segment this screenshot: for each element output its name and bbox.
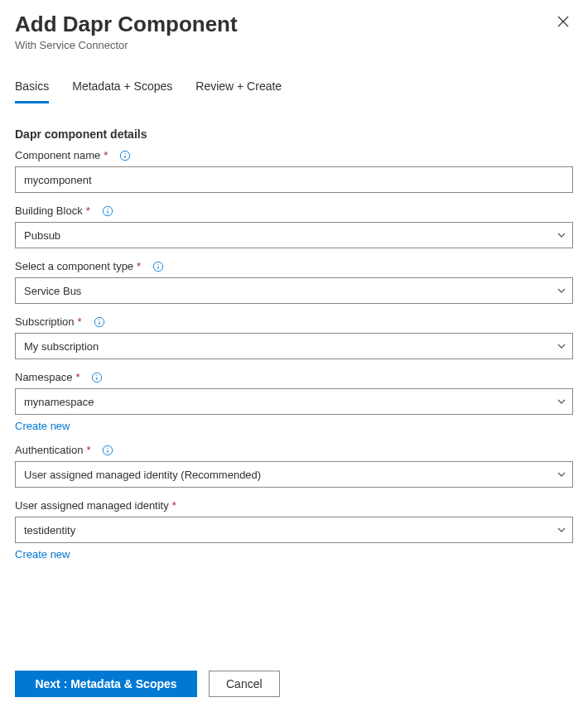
component-name-input[interactable] <box>15 166 573 193</box>
info-icon[interactable] <box>119 150 131 161</box>
create-new-identity-link[interactable]: Create new <box>15 548 70 560</box>
required-marker: * <box>78 315 82 328</box>
building-block-label: Building Block <box>15 204 83 217</box>
svg-point-3 <box>107 208 108 209</box>
info-icon[interactable] <box>91 372 103 383</box>
info-icon[interactable] <box>102 445 113 456</box>
building-block-select[interactable]: Pubsub <box>15 222 573 248</box>
close-button[interactable] <box>553 12 573 34</box>
tab-basics[interactable]: Basics <box>15 75 49 103</box>
component-name-label: Component name <box>15 149 100 161</box>
svg-point-7 <box>99 319 99 320</box>
required-marker: * <box>137 260 141 272</box>
component-type-label: Select a component type <box>15 260 133 272</box>
namespace-label: Namespace <box>15 371 72 383</box>
section-title: Dapr component details <box>15 127 573 141</box>
create-new-namespace-link[interactable]: Create new <box>15 420 70 432</box>
subscription-select[interactable]: My subscription <box>15 333 573 359</box>
namespace-select[interactable]: mynamespace <box>15 388 573 415</box>
authentication-select[interactable]: User assigned managed identity (Recommen… <box>15 461 573 488</box>
tabs: Basics Metadata + Scopes Review + Create <box>15 75 573 104</box>
component-type-select[interactable]: Service Bus <box>15 277 573 304</box>
required-marker: * <box>75 371 80 383</box>
cancel-button[interactable]: Cancel <box>209 671 280 697</box>
svg-point-9 <box>97 374 98 375</box>
svg-point-5 <box>158 263 159 264</box>
required-marker: * <box>86 204 90 217</box>
required-marker: * <box>104 149 108 161</box>
info-icon[interactable] <box>152 261 164 272</box>
svg-point-11 <box>108 447 108 448</box>
tab-review-create[interactable]: Review + Create <box>195 75 282 103</box>
required-marker: * <box>86 444 90 456</box>
page-title: Add Dapr Component <box>15 12 238 37</box>
subscription-label: Subscription <box>15 315 75 328</box>
authentication-label: Authentication <box>15 444 83 456</box>
next-button[interactable]: Next : Metadata & Scopes <box>15 671 197 697</box>
svg-point-1 <box>125 152 126 153</box>
info-icon[interactable] <box>102 205 113 217</box>
identity-label: User assigned managed identity <box>15 499 169 512</box>
identity-select[interactable]: testidentity <box>15 517 573 543</box>
required-marker: * <box>172 499 176 512</box>
tab-metadata-scopes[interactable]: Metadata + Scopes <box>72 75 172 103</box>
close-icon <box>557 18 570 31</box>
info-icon[interactable] <box>94 316 105 328</box>
page-subtitle: With Service Connector <box>15 39 238 51</box>
